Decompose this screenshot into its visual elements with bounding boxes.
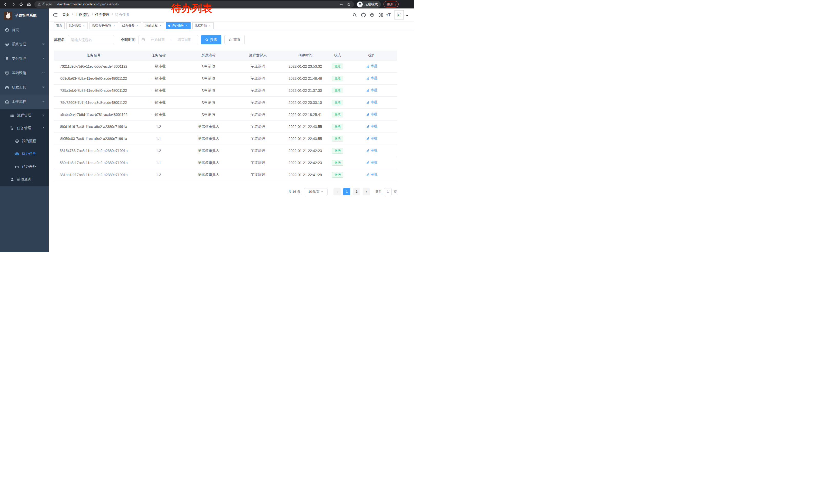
approve-button[interactable]: 审批 (366, 112, 378, 117)
search-button[interactable]: 搜索 (201, 35, 221, 44)
page-size-select[interactable]: 10条/页 (304, 188, 328, 195)
page-button-2[interactable]: 2 (353, 188, 360, 195)
col-status: 状态 (328, 50, 347, 60)
col-process: 所属流程 (184, 50, 234, 60)
sidebar-item-label: 我的流程 (22, 139, 36, 143)
search-icon[interactable] (351, 11, 358, 18)
prev-page-button[interactable]: ‹ (333, 188, 341, 195)
app-logo (4, 11, 12, 20)
close-icon[interactable]: × (159, 24, 162, 27)
tab-my-process[interactable]: 我的流程× (143, 22, 164, 29)
help-icon[interactable] (369, 11, 376, 18)
browser-menu-icon[interactable] (396, 3, 396, 6)
sidebar-item-home[interactable]: 首页 (0, 23, 49, 37)
process-name-input[interactable] (68, 35, 114, 44)
status-badge: 激活 (332, 124, 343, 130)
org-tree-icon (10, 126, 14, 130)
todo-task-table: 任务编号 任务名称 所属流程 流程发起人 创建时间 状态 操作 73211d9d… (54, 50, 397, 181)
sidebar-collapse-icon[interactable] (52, 12, 58, 18)
sidebar-item-label: 已办任务 (22, 164, 36, 169)
tab-start-process[interactable]: 发起流程× (67, 22, 88, 29)
chevron-down-icon (42, 86, 45, 88)
close-icon[interactable]: × (185, 24, 188, 27)
next-page-button[interactable]: › (363, 188, 370, 195)
date-range-picker[interactable]: 开始日期 - 结束日期 (138, 35, 198, 44)
not-secure-warning-icon (37, 3, 41, 6)
sidebar-item-my-process[interactable]: 我的流程 (0, 135, 49, 147)
sidebar-item-label: 研发工具 (12, 85, 26, 90)
close-icon[interactable]: × (113, 24, 116, 27)
approve-button[interactable]: 审批 (366, 148, 378, 153)
browser-forward-icon[interactable] (10, 1, 17, 8)
table-row: 73211d9d-7b9b-11ec-b5b7-acde48001122一级审批… (54, 60, 397, 72)
sidebar-item-devtools[interactable]: 研发工具 (0, 80, 49, 95)
sidebar-item-todo-tasks[interactable]: 待办任务 (0, 147, 49, 160)
url-host: dashboard.yudao.iocoder.cn (57, 3, 98, 6)
approve-button[interactable]: 审批 (366, 100, 378, 104)
approve-button[interactable]: 审批 (366, 124, 378, 129)
breadcrumb-home[interactable]: 首页 (62, 12, 70, 17)
col-actions: 操作 (347, 50, 397, 60)
table-row: a6aba0a4-7b6d-11ec-b781-acde48001122一级审批… (54, 108, 397, 121)
tab-form-edit[interactable]: 流程表单-编辑× (89, 22, 118, 29)
incognito-icon (357, 2, 363, 7)
browser-back-icon[interactable] (2, 1, 9, 8)
sidebar-item-process-management[interactable]: 流程管理 (0, 109, 49, 122)
status-badge: 激活 (332, 76, 343, 81)
sidebar-item-label: 首页 (12, 28, 19, 32)
status-badge: 激活 (332, 136, 343, 141)
eye-open-icon (15, 151, 19, 156)
filter-bar: 流程名 创建时间 开始日期 - 结束日期 搜索 (54, 35, 414, 44)
close-icon[interactable]: × (82, 24, 85, 27)
breadcrumb-workflow[interactable]: 工作流程 (75, 12, 89, 17)
font-size-icon[interactable]: TT (386, 12, 390, 18)
avatar-dropdown-caret[interactable] (406, 15, 408, 17)
breadcrumb-task-management[interactable]: 任务管理 (95, 12, 110, 17)
close-icon[interactable]: × (136, 24, 139, 27)
sidebar-menu: 首页 系统管理 ¥ 支付管理 (0, 23, 49, 186)
table-row: 8f0d1619-7ac8-11ec-a9e2-a2380e71991a1.2测… (54, 121, 397, 133)
tab-home[interactable]: 首页 (54, 22, 65, 29)
briefcase-icon (5, 100, 9, 104)
sidebar-item-task-management[interactable]: 任务管理 (0, 122, 49, 135)
sidebar-item-payment[interactable]: ¥ 支付管理 (0, 51, 49, 66)
avatar[interactable] (395, 10, 404, 19)
address-bar[interactable]: 不安全 dashboard.yudao.iocoder.cn/bpm/task/… (34, 1, 354, 8)
app-logo-row[interactable]: 芋道管理系统 (0, 8, 49, 23)
approve-button[interactable]: 审批 (366, 88, 378, 93)
tab-todo-tasks[interactable]: 待办任务× (166, 22, 191, 29)
sidebar-item-system[interactable]: 系统管理 (0, 37, 49, 51)
sidebar-item-infrastructure[interactable]: 基础设施 (0, 66, 49, 80)
sidebar-item-done-tasks[interactable]: 已办任务 (0, 160, 49, 173)
approve-button[interactable]: 审批 (366, 160, 378, 165)
sidebar-item-workflow[interactable]: 工作流程 (0, 95, 49, 109)
start-date-placeholder: 开始日期 (147, 37, 169, 42)
goto-page-input[interactable] (384, 188, 392, 195)
yen-icon: ¥ (5, 56, 9, 61)
table-row: 069c6a63-7b8a-11ec-8ef0-acde48001122一级审批… (54, 72, 397, 84)
browser-home-icon[interactable] (25, 1, 32, 8)
reset-button[interactable]: 重置 (224, 35, 245, 44)
browser-update-button[interactable]: 更新 (383, 1, 399, 7)
status-badge: 激活 (332, 63, 343, 69)
tab-process-detail[interactable]: 流程详情× (192, 22, 214, 29)
col-task-name: 任务名称 (133, 50, 184, 60)
approve-button[interactable]: 审批 (366, 136, 378, 141)
browser-reload-icon[interactable] (17, 1, 25, 8)
approve-button[interactable]: 审批 (366, 172, 378, 177)
update-label: 更新 (387, 2, 394, 7)
fullscreen-icon[interactable] (378, 11, 384, 18)
close-icon[interactable]: × (208, 24, 211, 27)
page-button-1[interactable]: 1 (343, 188, 350, 195)
list-tree-icon (10, 113, 14, 118)
table-row: 381aa1dd-7ac8-11ec-a9e2-a2380e71991a1.2测… (54, 169, 397, 181)
sidebar-item-leave-query[interactable]: 请假查询 (0, 173, 49, 186)
key-icon[interactable] (339, 2, 343, 6)
col-task-id: 任务编号 (54, 50, 133, 60)
approve-button[interactable]: 审批 (366, 64, 378, 68)
tab-done-tasks[interactable]: 已办任务× (120, 22, 141, 29)
bookmark-star-icon[interactable] (347, 2, 351, 6)
sidebar-item-label: 基础设施 (12, 71, 26, 75)
github-icon[interactable] (360, 11, 367, 18)
approve-button[interactable]: 审批 (366, 76, 378, 81)
